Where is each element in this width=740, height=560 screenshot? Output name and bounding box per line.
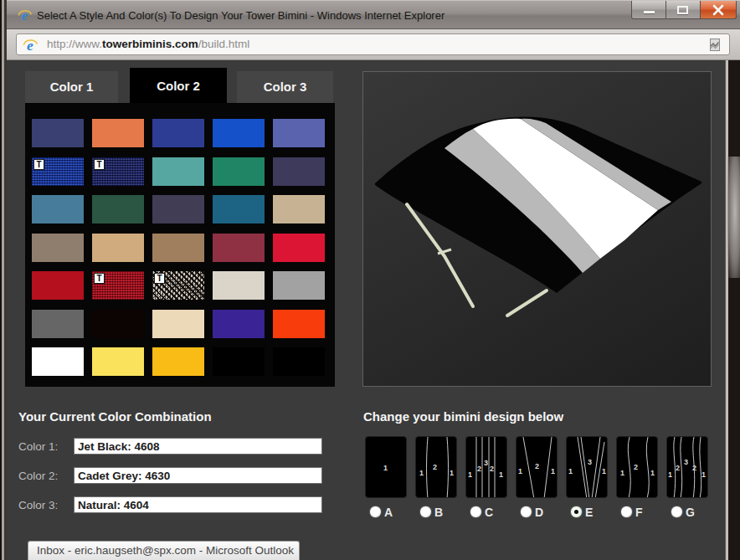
- color1-input[interactable]: [74, 438, 322, 455]
- design-label: 1: [551, 467, 555, 475]
- maximize-icon: [677, 6, 688, 14]
- color3-input[interactable]: [74, 496, 322, 513]
- color-swatch[interactable]: [152, 347, 204, 376]
- design-label: 1: [383, 464, 388, 472]
- design-radio-d[interactable]: D: [520, 505, 543, 519]
- color-swatch[interactable]: [32, 119, 84, 147]
- radio-icon[interactable]: [570, 506, 583, 518]
- design-label: 1: [518, 467, 522, 475]
- radio-label: A: [384, 506, 393, 519]
- design-thumb-g[interactable]: 1 2 3 2 1: [666, 436, 708, 498]
- tab-color-1[interactable]: Color 1: [25, 71, 118, 103]
- tab-color-3[interactable]: Color 3: [237, 71, 333, 103]
- texture-badge: T: [94, 273, 105, 284]
- radio-icon[interactable]: [369, 506, 382, 518]
- design-radio-f[interactable]: F: [620, 505, 643, 519]
- title-bar[interactable]: e Select A Style And Color(s) To Design …: [7, 0, 740, 29]
- color-swatch-textured[interactable]: T: [92, 271, 144, 300]
- radio-icon[interactable]: [620, 506, 633, 518]
- color-swatch[interactable]: [273, 310, 325, 338]
- browser-window: e Select A Style And Color(s) To Design …: [0, 0, 740, 560]
- color-swatch[interactable]: [273, 195, 325, 223]
- design-thumb-f[interactable]: 1 2 1: [616, 436, 658, 498]
- color-swatch[interactable]: [92, 310, 144, 338]
- design-radio-e[interactable]: E: [570, 505, 593, 519]
- design-label: 3: [684, 458, 688, 466]
- internet-explorer-icon: e: [22, 37, 39, 54]
- color-swatch[interactable]: [32, 347, 84, 376]
- radio-icon[interactable]: [470, 506, 482, 518]
- color-swatch[interactable]: [92, 347, 144, 376]
- design-radio-g[interactable]: G: [671, 505, 695, 519]
- maximize-button[interactable]: [666, 1, 700, 19]
- design-label: 2: [490, 465, 494, 473]
- color-swatch[interactable]: [32, 310, 84, 338]
- color-swatch[interactable]: [152, 157, 204, 186]
- color-swatch[interactable]: [273, 234, 325, 262]
- design-label: 2: [535, 462, 539, 470]
- color-swatch[interactable]: [213, 157, 265, 186]
- design-thumb-b[interactable]: 1 2 1: [415, 436, 457, 498]
- design-thumb-e[interactable]: 1 3 1: [566, 436, 608, 498]
- color-swatch[interactable]: [152, 310, 204, 338]
- design-label: 3: [484, 459, 488, 467]
- radio-icon[interactable]: [671, 506, 683, 518]
- color-swatch[interactable]: [32, 234, 84, 262]
- swatch-empty: [273, 347, 325, 376]
- design-radio-c[interactable]: C: [470, 505, 493, 519]
- color-swatch[interactable]: [273, 119, 325, 147]
- url-field[interactable]: e http://www.towerbiminis.com/build.html: [16, 33, 730, 55]
- color-combination-heading: Your Current Color Combination: [18, 409, 212, 424]
- radio-icon[interactable]: [520, 506, 532, 518]
- color-swatch[interactable]: [32, 195, 84, 223]
- color-swatch[interactable]: [32, 271, 84, 300]
- url-text: http://www.towerbiminis.com/build.html: [47, 34, 249, 54]
- color-swatch[interactable]: [152, 195, 204, 223]
- design-thumb-c[interactable]: 1 2 3 2 1: [465, 436, 507, 498]
- close-button[interactable]: [700, 1, 737, 19]
- color-swatch[interactable]: [92, 234, 144, 262]
- bimini-3d-preview[interactable]: [362, 71, 712, 387]
- design-radio-a[interactable]: A: [369, 505, 393, 519]
- color-swatch[interactable]: [213, 119, 265, 147]
- color-swatch-textured[interactable]: T: [32, 157, 84, 186]
- design-label: 1: [568, 467, 573, 475]
- radio-label: E: [585, 506, 593, 519]
- minimize-icon: [644, 11, 655, 13]
- design-label: 2: [634, 463, 638, 471]
- design-label: 2: [676, 464, 680, 472]
- design-thumb-a[interactable]: 1: [365, 436, 407, 498]
- color-swatch[interactable]: [213, 234, 265, 262]
- compatibility-view-icon[interactable]: [707, 38, 722, 53]
- minimize-button[interactable]: [631, 1, 666, 19]
- window-controls: [631, 1, 737, 23]
- color-swatch[interactable]: [152, 119, 204, 147]
- color1-label: Color 1:: [18, 440, 58, 453]
- color-swatch[interactable]: [273, 157, 325, 186]
- color2-row: Color 2:: [18, 467, 337, 485]
- svg-text:e: e: [27, 37, 33, 54]
- radio-icon[interactable]: [419, 506, 432, 518]
- color-swatch-panel: T T T T: [25, 103, 335, 387]
- design-label: 1: [650, 469, 655, 477]
- radio-label: B: [434, 506, 443, 519]
- tab-color-2[interactable]: Color 2: [130, 68, 227, 105]
- color1-row: Color 1:: [18, 438, 337, 455]
- color-swatch[interactable]: [92, 119, 144, 147]
- color-swatch-textured[interactable]: T: [92, 157, 144, 186]
- design-label: 1: [468, 470, 472, 479]
- design-thumb-d[interactable]: 1 2 1: [516, 436, 558, 498]
- color-swatch[interactable]: [213, 271, 265, 300]
- color-swatch[interactable]: [213, 310, 265, 338]
- taskbar-tooltip: Inbox - eric.haugseth@spx.com - Microsof…: [28, 541, 300, 560]
- color-swatch[interactable]: [92, 195, 144, 223]
- texture-badge: T: [94, 159, 105, 170]
- design-radio-b[interactable]: B: [419, 505, 443, 519]
- color-swatch-textured[interactable]: T: [152, 271, 204, 300]
- color-swatch[interactable]: [273, 271, 325, 300]
- color2-input[interactable]: [74, 467, 322, 484]
- color-swatch[interactable]: [213, 195, 265, 223]
- design-label: 1: [620, 469, 624, 477]
- window-title: Select A Style And Color(s) To Design Yo…: [37, 1, 445, 30]
- color-swatch[interactable]: [152, 234, 204, 262]
